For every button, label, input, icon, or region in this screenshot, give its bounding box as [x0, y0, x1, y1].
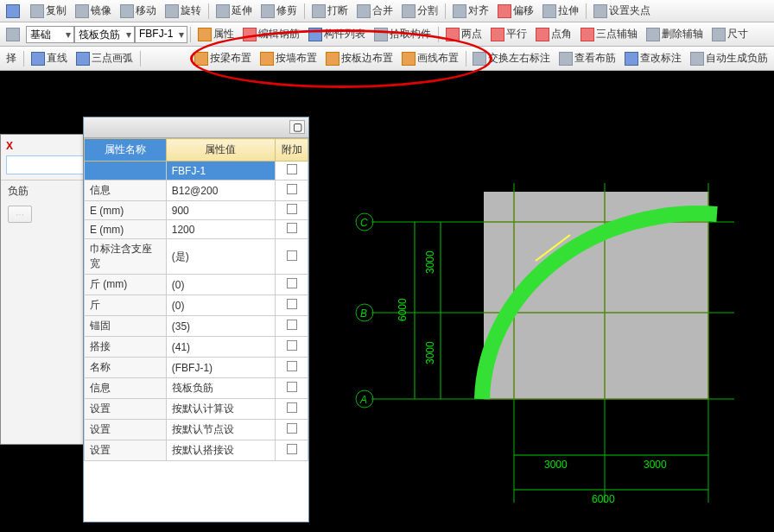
property-row[interactable]: E (mm)1200 [85, 220, 308, 239]
prop-val[interactable]: 筏板负筋 [166, 378, 275, 399]
property-row[interactable]: 名称(FBFJ-1) [85, 358, 308, 378]
rotate-button[interactable]: 旋转 [162, 2, 205, 20]
prop-val[interactable]: 按默认计算设 [166, 399, 275, 420]
prop-extra [276, 420, 308, 440]
property-row[interactable]: 信息筏板负筋 [85, 378, 308, 399]
delete-axis-button[interactable]: 删除辅轴 [643, 25, 707, 43]
prop-key: 设置 [85, 440, 167, 461]
property-close-button[interactable]: ▢ [289, 120, 305, 134]
line-button[interactable]: 直线 [28, 49, 71, 67]
search-action-button[interactable]: ··· [8, 206, 32, 223]
extra-checkbox[interactable] [287, 361, 297, 371]
extra-checkbox[interactable] [287, 423, 297, 434]
property-row[interactable]: E (mm)900 [85, 201, 308, 220]
svg-text:3000: 3000 [644, 459, 667, 471]
stretch-button[interactable]: 拉伸 [539, 2, 582, 20]
extra-checkbox[interactable] [287, 204, 297, 214]
select-button[interactable]: 择 [3, 49, 20, 67]
component-list-button[interactable]: 构件列表 [305, 25, 369, 43]
prop-val[interactable]: (0) [166, 295, 275, 316]
extra-checkbox[interactable] [287, 320, 297, 330]
pick-component-button[interactable]: 拾取构件 [371, 25, 435, 43]
layer-button[interactable] [3, 26, 25, 43]
prop-val[interactable]: B12@200 [166, 180, 275, 201]
property-row[interactable]: FBFJ-1 [85, 162, 308, 180]
view-rebar-button[interactable]: 查看布筋 [555, 49, 619, 67]
prop-key: 斤 (mm) [85, 275, 167, 295]
property-row[interactable]: 巾标注含支座宽(是) [85, 239, 308, 275]
toolbar-component: 基础 筏板负筋 FBFJ-1 属性 编辑钢筋 构件列表 拾取构件 两点 平行 点… [0, 22, 774, 47]
prop-key: 设置 [85, 420, 167, 440]
prop-val[interactable]: 900 [166, 201, 275, 220]
attribute-button[interactable]: 属性 [194, 25, 238, 43]
prop-key: 信息 [85, 378, 167, 399]
by-wall-button[interactable]: 按墙布置 [257, 49, 320, 67]
extra-checkbox[interactable] [287, 223, 297, 233]
property-panel: ▢ 属性名称 属性值 附加 FBFJ-1信息B12@200E (mm)900E … [83, 117, 309, 522]
prop-extra [276, 358, 308, 378]
drawing-canvas[interactable]: C B A 3000 3000 6000 3000 3000 6000 [311, 71, 774, 532]
extra-checkbox[interactable] [287, 184, 297, 194]
auto-neg-button[interactable]: 自动生成负筋 [687, 49, 771, 67]
extend-button[interactable]: 延伸 [213, 2, 256, 20]
col-extra[interactable]: 附加 [276, 139, 308, 162]
extra-checkbox[interactable] [287, 444, 297, 454]
extra-checkbox[interactable] [287, 278, 297, 288]
parallel-button[interactable]: 平行 [487, 25, 530, 43]
view-mark-button[interactable]: 查改标注 [621, 49, 685, 67]
by-line-button[interactable]: 画线布置 [398, 49, 462, 67]
category-dropdown[interactable]: 基础 [26, 26, 74, 43]
extra-checkbox[interactable] [287, 250, 297, 261]
mirror-button[interactable]: 镜像 [72, 2, 115, 20]
extra-checkbox[interactable] [287, 164, 297, 174]
property-panel-title: ▢ [84, 117, 308, 138]
property-row[interactable]: 斤(0) [85, 295, 308, 316]
three-axis-button[interactable]: 三点辅轴 [577, 25, 641, 43]
trim-button[interactable]: 修剪 [257, 2, 301, 20]
edit-rebar-button[interactable]: 编辑钢筋 [239, 25, 303, 43]
two-point-button[interactable]: 两点 [442, 25, 485, 43]
move-button[interactable]: 移动 [117, 2, 160, 20]
three-arc-button[interactable]: 三点画弧 [73, 49, 136, 67]
prop-val[interactable]: (41) [166, 337, 275, 358]
by-beam-button[interactable]: 按梁布置 [191, 49, 255, 67]
offset-button[interactable]: 偏移 [494, 2, 537, 20]
extra-checkbox[interactable] [287, 382, 297, 392]
prop-val[interactable]: (0) [166, 275, 275, 295]
align-button[interactable]: 对齐 [449, 2, 492, 20]
swap-mark-button[interactable]: 交换左右标注 [469, 49, 554, 67]
break-button[interactable]: 打断 [308, 2, 352, 20]
prop-val[interactable]: (FBFJ-1) [166, 358, 275, 378]
toolbar-edit: 复制 镜像 移动 旋转 延伸 修剪 打断 合并 分割 对齐 偏移 拉伸 设置夹点 [0, 0, 774, 22]
split-button[interactable]: 分割 [398, 2, 441, 20]
prop-val[interactable]: 按默认节点设 [166, 420, 275, 440]
setgrip-button[interactable]: 设置夹点 [590, 2, 654, 20]
property-row[interactable]: 搭接(41) [85, 337, 308, 358]
panel-x-icon[interactable]: X [6, 140, 13, 152]
property-row[interactable]: 斤 (mm)(0) [85, 275, 308, 295]
by-slab-button[interactable]: 按板边布置 [322, 49, 397, 67]
prop-val[interactable]: (35) [166, 316, 275, 337]
merge-button[interactable]: 合并 [353, 2, 397, 20]
undo-button[interactable] [3, 3, 25, 20]
copy-button[interactable]: 复制 [27, 2, 70, 20]
extra-checkbox[interactable] [287, 402, 297, 413]
col-value[interactable]: 属性值 [166, 139, 275, 162]
col-name[interactable]: 属性名称 [85, 139, 167, 162]
property-row[interactable]: 设置按默认节点设 [85, 420, 308, 440]
prop-val[interactable]: FBFJ-1 [166, 162, 275, 180]
prop-val[interactable]: 1200 [166, 220, 275, 239]
type-dropdown[interactable]: 筏板负筋 [74, 26, 135, 43]
property-row[interactable]: 信息B12@200 [85, 180, 308, 201]
property-row[interactable]: 锚固(35) [85, 316, 308, 337]
point-angle-button[interactable]: 点角 [532, 25, 575, 43]
extra-checkbox[interactable] [287, 299, 297, 309]
dimension-button[interactable]: 尺寸 [708, 25, 752, 43]
prop-val[interactable]: (是) [166, 239, 275, 275]
prop-key: 名称 [85, 358, 167, 378]
prop-val[interactable]: 按默认搭接设 [166, 440, 275, 461]
member-dropdown[interactable]: FBFJ-1 [135, 26, 187, 43]
extra-checkbox[interactable] [287, 340, 297, 351]
property-row[interactable]: 设置按默认搭接设 [85, 440, 308, 461]
property-row[interactable]: 设置按默认计算设 [85, 399, 308, 420]
